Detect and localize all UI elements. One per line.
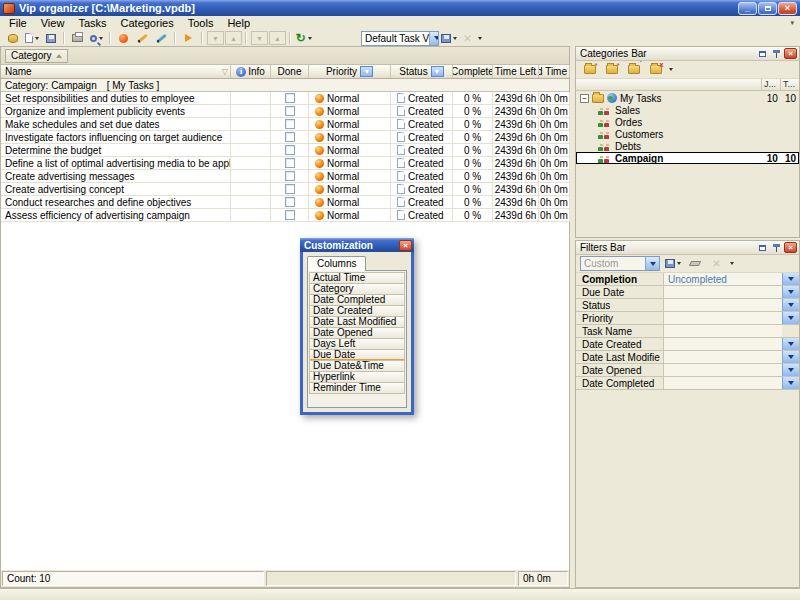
task-info-cell[interactable] <box>231 183 271 196</box>
restore-button[interactable] <box>758 2 777 15</box>
task-priority-cell[interactable]: Normal <box>309 183 391 196</box>
task-status-cell[interactable]: Created <box>391 144 453 157</box>
filter-funnel-icon[interactable]: ▽ <box>222 67 228 76</box>
tab-columns[interactable]: Columns <box>307 256 366 271</box>
task-status-cell[interactable]: Created <box>391 170 453 183</box>
move-down-button[interactable]: ▼ <box>207 31 224 45</box>
save-button[interactable] <box>41 30 60 46</box>
task-status-cell[interactable]: Created <box>391 131 453 144</box>
task-name-cell[interactable]: Define a list of optimal advertising med… <box>1 157 231 170</box>
task-info-cell[interactable] <box>231 92 271 105</box>
table-row[interactable]: Define a list of optimal advertising med… <box>1 157 569 170</box>
task-priority-cell[interactable]: Normal <box>309 157 391 170</box>
filter-value[interactable] <box>664 351 782 363</box>
filter-row[interactable]: Date Last Modifie <box>576 351 799 364</box>
menu-tools[interactable]: Tools <box>181 17 221 30</box>
filter-row[interactable]: Status <box>576 299 799 312</box>
column-header-complete[interactable]: Complete <box>453 65 493 78</box>
filter-row[interactable]: Task Name <box>576 325 799 338</box>
column-list-item[interactable]: Date Last Modified <box>309 316 405 328</box>
menu-view[interactable]: View <box>34 17 72 30</box>
task-priority-cell[interactable]: Normal <box>309 92 391 105</box>
minimize-button[interactable]: _ <box>738 2 757 15</box>
task-done-cell[interactable] <box>271 170 309 183</box>
group-row[interactable]: Category: Campaign [ My Tasks ] <box>1 79 569 92</box>
new-item-button[interactable] <box>22 30 41 46</box>
filter-preset-combo-arrow[interactable] <box>645 257 659 270</box>
done-checkbox[interactable] <box>285 119 295 129</box>
task-name-cell[interactable]: Investigate factors influencing on targe… <box>1 131 231 144</box>
clear-filter-button[interactable] <box>685 256 704 272</box>
task-name-cell[interactable]: Conduct researches and define objectives <box>1 196 231 209</box>
print-button[interactable] <box>68 30 87 46</box>
task-name-cell[interactable]: Make schedules and set due dates <box>1 118 231 131</box>
task-info-cell[interactable] <box>231 170 271 183</box>
filter-row[interactable]: Date Created <box>576 338 799 351</box>
task-priority-cell[interactable]: Normal <box>309 209 391 222</box>
task-done-cell[interactable] <box>271 196 309 209</box>
done-checkbox[interactable] <box>285 197 295 207</box>
done-checkbox[interactable] <box>285 158 295 168</box>
done-checkbox[interactable] <box>285 145 295 155</box>
complete-down-button[interactable]: ▼ <box>251 31 268 45</box>
column-header-estimated[interactable]: stimated Time <box>539 65 570 78</box>
filter-dropdown-button[interactable] <box>782 364 799 376</box>
table-row[interactable]: Determine the budget Normal Created 0 % … <box>1 144 569 157</box>
filter-row[interactable]: Date Completed <box>576 377 799 390</box>
print-preview-button[interactable] <box>87 30 106 46</box>
filter-value[interactable]: Uncompleted <box>664 273 782 285</box>
categories-pin-button[interactable] <box>770 48 783 59</box>
priority-filter-dropdown[interactable] <box>360 66 373 77</box>
new-subcategory-button[interactable] <box>602 62 621 78</box>
task-done-cell[interactable] <box>271 157 309 170</box>
table-row[interactable]: Assess efficiency of advertising campaig… <box>1 209 569 222</box>
column-header-name[interactable]: Name ▽ <box>1 65 231 78</box>
tree-item[interactable]: Sales <box>576 104 799 116</box>
task-done-cell[interactable] <box>271 183 309 196</box>
column-header-priority[interactable]: Priority <box>309 65 391 78</box>
task-done-cell[interactable] <box>271 131 309 144</box>
task-info-cell[interactable] <box>231 131 271 144</box>
group-by-category-button[interactable]: Category <box>5 49 68 63</box>
menu-file[interactable]: File <box>2 17 34 30</box>
filter-dropdown-button[interactable] <box>782 351 799 363</box>
task-info-cell[interactable] <box>231 105 271 118</box>
refresh-button[interactable]: ↻ <box>294 30 313 46</box>
categories-close-button[interactable]: × <box>784 48 797 59</box>
move-up-button[interactable]: ▲ <box>225 31 242 45</box>
categories-restore-button[interactable] <box>756 48 769 59</box>
filter-dropdown-button[interactable] <box>782 338 799 350</box>
column-header-info[interactable]: i Info <box>231 65 271 78</box>
menu-categories[interactable]: Categories <box>114 17 181 30</box>
task-priority-cell[interactable]: Normal <box>309 170 391 183</box>
menu-tasks[interactable]: Tasks <box>71 17 113 30</box>
save-view-button[interactable] <box>439 30 458 46</box>
filter-row[interactable]: Priority <box>576 312 799 325</box>
toolbar-overflow-icon[interactable] <box>478 37 482 40</box>
table-row[interactable]: Create advertising concept Normal Create… <box>1 183 569 196</box>
task-name-cell[interactable]: Organize and implement publicity events <box>1 105 231 118</box>
task-name-cell[interactable]: Determine the budget <box>1 144 231 157</box>
task-done-cell[interactable] <box>271 118 309 131</box>
filter-dropdown-button[interactable] <box>782 273 799 285</box>
task-status-cell[interactable]: Created <box>391 118 453 131</box>
task-status-cell[interactable]: Created <box>391 157 453 170</box>
filters-pin-button[interactable] <box>770 242 783 253</box>
tree-item[interactable]: Campaign 10 10 <box>576 152 799 164</box>
collapse-icon[interactable]: − <box>580 94 589 103</box>
task-name-cell[interactable]: Create advertising messages <box>1 170 231 183</box>
task-status-cell[interactable]: Created <box>391 209 453 222</box>
filter-row[interactable]: Date Opened <box>576 364 799 377</box>
filter-value[interactable] <box>664 325 782 337</box>
filters-close-button[interactable]: × <box>784 242 797 253</box>
categories-col2-header[interactable]: T... <box>780 79 799 90</box>
task-view-combo[interactable]: Default Task V <box>361 31 439 46</box>
done-checkbox[interactable] <box>285 106 295 116</box>
filter-value[interactable] <box>664 312 782 324</box>
complete-up-button[interactable]: ▲ <box>269 31 286 45</box>
tree-item[interactable]: Debts <box>576 140 799 152</box>
filter-row[interactable]: Completion Uncompleted <box>576 273 799 286</box>
edit-task-button[interactable] <box>133 30 152 46</box>
categories-toolbar-overflow-icon[interactable] <box>669 68 673 71</box>
filter-value[interactable] <box>664 299 782 311</box>
